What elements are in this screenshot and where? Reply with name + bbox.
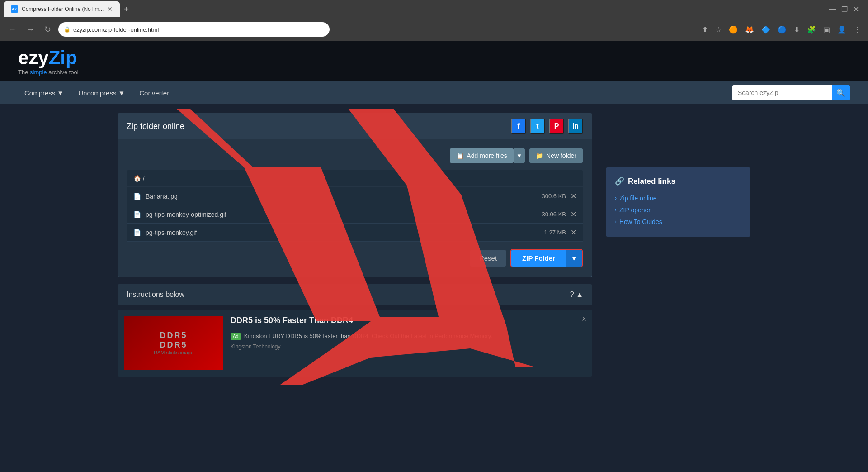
file-name-3: pg-tips-monkey.gif <box>146 229 544 236</box>
zip-button-group: ZIP Folder ▼ <box>510 249 583 267</box>
page-title: Zip folder online <box>127 122 184 131</box>
nav-compress[interactable]: Compress ▼ <box>18 86 70 100</box>
breadcrumb-separator: / <box>143 175 145 182</box>
facebook-share-button[interactable]: f <box>511 119 526 134</box>
file-remove-1[interactable]: ✕ <box>571 192 576 200</box>
file-icon-3: 📄 <box>133 229 141 236</box>
download-icon[interactable]: ⬇ <box>792 24 802 36</box>
zip-dropdown-button[interactable]: ▼ <box>566 250 582 267</box>
file-name-2: pg-tips-monkey-optimized.gif <box>146 211 542 218</box>
action-bar: Reset ZIP Folder ▼ <box>127 249 583 267</box>
upload-icon: 📋 <box>456 152 464 159</box>
logo-ezy: ezyZip <box>18 47 77 68</box>
tab-close-button[interactable]: ✕ <box>107 5 113 13</box>
tab-favicon: eZ <box>11 5 18 13</box>
related-link-how-to-guides[interactable]: › How To Guides <box>615 216 741 228</box>
tab-title: Compress Folder Online (No lim... <box>22 6 104 12</box>
linkedin-share-button[interactable]: in <box>568 119 583 134</box>
minimize-button[interactable]: — <box>829 5 836 13</box>
puzzle-icon[interactable]: 🧩 <box>805 24 818 36</box>
help-icon: ? <box>570 291 574 298</box>
main-container: Zip folder online f t P in 📋 Add more fi… <box>99 104 769 386</box>
instructions-controls[interactable]: ? ▲ <box>570 291 583 299</box>
related-link-zip-online[interactable]: › Zip file online <box>615 192 741 204</box>
site-nav: Compress ▼ Uncompress ▼ Converter 🔍 <box>0 81 868 104</box>
link-chain-icon: 🔗 <box>615 176 624 186</box>
ad-image: DDR5 DDR5 RAM sticks image <box>124 316 223 370</box>
search-input[interactable] <box>732 85 832 100</box>
twitter-share-button[interactable]: t <box>530 119 545 134</box>
add-files-group: 📋 Add more files ▼ <box>450 148 525 163</box>
arrow-icon: › <box>615 195 617 201</box>
file-breadcrumb: 🏠 / <box>127 170 583 186</box>
refresh-button[interactable]: ↻ <box>42 23 54 36</box>
maximize-button[interactable]: ❐ <box>841 5 848 14</box>
share-icon[interactable]: ⬆ <box>700 24 710 36</box>
browser-actions: ⬆ ☆ 🟠 🦊 🔷 🔵 ⬇ 🧩 ▣ 👤 ⋮ <box>700 24 863 36</box>
profile-icon[interactable]: 👤 <box>835 24 848 36</box>
pinterest-share-button[interactable]: P <box>549 119 564 134</box>
file-row: 📄 pg-tips-monkey.gif 1.27 MB ✕ <box>127 224 583 242</box>
file-size-1: 300.6 KB <box>542 193 566 200</box>
new-folder-button[interactable]: 📁 New folder <box>529 148 583 163</box>
ad-title: DDR5 is 50% Faster Than DDR4 <box>231 316 353 325</box>
content-area: Zip folder online f t P in 📋 Add more fi… <box>118 113 592 377</box>
back-button[interactable]: ← <box>5 23 19 36</box>
related-links-box: 🔗 Related links › Zip file online › ZIP … <box>606 167 750 237</box>
related-link-zip-opener[interactable]: › ZIP opener <box>615 204 741 216</box>
browser-chrome: eZ Compress Folder Online (No lim... ✕ +… <box>0 0 868 41</box>
close-window-button[interactable]: ✕ <box>853 5 859 14</box>
extension-icon-2[interactable]: 🦊 <box>743 24 756 36</box>
nav-converter[interactable]: Converter <box>133 86 175 100</box>
extension-icon-3[interactable]: 🔷 <box>760 24 772 36</box>
zip-folder-button[interactable]: ZIP Folder <box>511 250 566 267</box>
upload-area: 📋 Add more files ▼ 📁 New folder 🏠 / 📄 <box>118 139 592 277</box>
logo[interactable]: ezyZip <box>18 47 79 69</box>
forward-button[interactable]: → <box>24 23 37 36</box>
file-remove-3[interactable]: ✕ <box>571 228 576 237</box>
ad-content: DDR5 is 50% Faster Than DDR4 i X Ad King… <box>231 316 586 350</box>
file-size-3: 1.27 MB <box>544 229 566 236</box>
tab-bar: eZ Compress Folder Online (No lim... ✕ +… <box>0 0 868 18</box>
address-input[interactable]: 🔒 ezyzip.com/zip-folder-online.html <box>58 22 330 37</box>
folder-icon: 📁 <box>536 152 543 159</box>
add-files-dropdown-button[interactable]: ▼ <box>514 148 525 163</box>
file-list: 📄 Banana.jpg 300.6 KB ✕ 📄 pg-tips-monkey… <box>127 187 583 242</box>
site-header: ezyZip The simple archive tool <box>0 41 868 81</box>
arrow-icon: › <box>615 207 617 213</box>
file-remove-2[interactable]: ✕ <box>571 210 576 219</box>
search-button[interactable]: 🔍 <box>832 85 850 100</box>
extension-icon-1[interactable]: 🟠 <box>727 24 740 36</box>
menu-icon[interactable]: ⋮ <box>852 24 863 36</box>
nav-uncompress[interactable]: Uncompress ▼ <box>72 86 131 100</box>
file-size-2: 30.06 KB <box>542 211 566 218</box>
nav-search: 🔍 <box>732 85 850 100</box>
sidebar: 🔗 Related links › Zip file online › ZIP … <box>606 113 750 377</box>
ad-badge: Ad <box>231 333 241 340</box>
toggle-icon: ▲ <box>576 291 583 298</box>
related-links-title: 🔗 Related links <box>615 176 741 186</box>
bookmark-icon[interactable]: ☆ <box>713 24 723 36</box>
file-row: 📄 pg-tips-monkey-optimized.gif 30.06 KB … <box>127 205 583 224</box>
extension-icon-4[interactable]: 🔵 <box>776 24 788 36</box>
logo-area: ezyZip The simple archive tool <box>18 47 79 76</box>
ad-area: DDR5 DDR5 RAM sticks image DDR5 is 50% F… <box>118 310 592 377</box>
upload-toolbar: 📋 Add more files ▼ 📁 New folder <box>127 148 583 163</box>
add-files-button[interactable]: 📋 Add more files <box>450 148 513 163</box>
ad-body: Ad Kingston FURY DDR5 is 50% faster than… <box>231 332 586 341</box>
file-row: 📄 Banana.jpg 300.6 KB ✕ <box>127 187 583 205</box>
window-controls: — ❐ ✕ <box>829 5 864 14</box>
home-icon: 🏠 <box>133 175 141 182</box>
address-bar: ← → ↻ 🔒 ezyzip.com/zip-folder-online.htm… <box>0 18 868 41</box>
logo-tagline: The simple archive tool <box>18 69 79 76</box>
active-tab[interactable]: eZ Compress Folder Online (No lim... ✕ <box>4 1 120 17</box>
file-icon-2: 📄 <box>133 211 141 218</box>
reset-button[interactable]: Reset <box>470 250 506 267</box>
arrow-icon: › <box>615 219 617 225</box>
instructions-label: Instructions below <box>127 291 184 299</box>
ad-close-button[interactable]: i X <box>580 316 586 329</box>
instructions-bar: Instructions below ? ▲ <box>118 284 592 305</box>
sidebar-icon[interactable]: ▣ <box>821 24 832 36</box>
social-icons: f t P in <box>511 119 583 134</box>
new-tab-button[interactable]: + <box>123 4 129 14</box>
